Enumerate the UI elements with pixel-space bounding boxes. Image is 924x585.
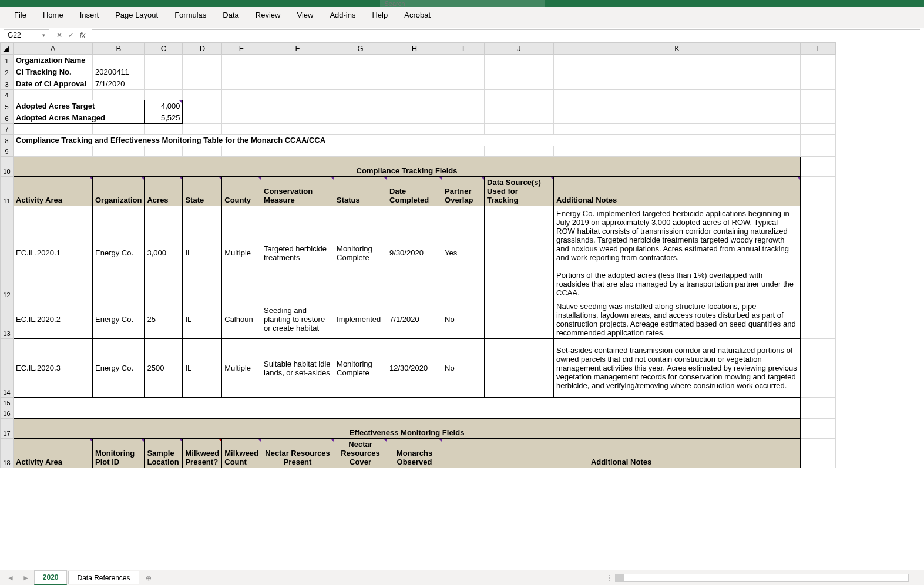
row-header[interactable]: 18 <box>1 439 14 468</box>
cell[interactable]: Seeding and planting to restore or creat… <box>261 300 334 339</box>
cell[interactable]: EC.IL.2020.2 <box>14 300 93 339</box>
sheet-nav-next-icon[interactable]: ► <box>19 574 33 582</box>
cell[interactable]: Date Completed <box>387 177 442 206</box>
cell[interactable]: Milkweed Present? <box>183 439 222 468</box>
cell[interactable]: Nectar Resources Cover <box>334 439 387 468</box>
cell[interactable]: 25 <box>145 300 183 339</box>
row-header[interactable]: 10 <box>1 157 14 177</box>
tab-help[interactable]: Help <box>364 7 396 23</box>
formula-input[interactable] <box>92 29 920 41</box>
cell[interactable]: IL <box>183 206 222 300</box>
cell[interactable] <box>485 339 554 398</box>
tab-acrobat[interactable]: Acrobat <box>396 7 439 23</box>
cell[interactable]: Energy Co. implemented targeted herbicid… <box>554 206 801 300</box>
cell[interactable] <box>485 206 554 300</box>
cell[interactable]: Additional Notes <box>442 439 801 468</box>
row-header[interactable]: 14 <box>1 339 14 398</box>
cell[interactable]: Milkweed Count <box>222 439 261 468</box>
section-header[interactable]: Compliance Tracking Fields <box>14 157 801 177</box>
cell[interactable]: Monitoring Complete <box>334 339 387 398</box>
cell[interactable]: Compliance Tracking and Effectiveness Mo… <box>14 135 801 146</box>
cell[interactable]: 7/1/2020 <box>387 300 442 339</box>
cell[interactable]: State <box>183 177 222 206</box>
col-header[interactable]: C <box>145 43 183 55</box>
row-header[interactable]: 17 <box>1 419 14 439</box>
row-header[interactable]: 5 <box>1 100 14 112</box>
col-header[interactable]: E <box>222 43 261 55</box>
cell[interactable]: Nectar Resources Present <box>261 439 334 468</box>
cell[interactable]: Activity Area <box>14 439 93 468</box>
cell[interactable]: Monitoring Plot ID <box>93 439 145 468</box>
cell[interactable]: Activity Area <box>14 177 93 206</box>
cell[interactable]: Sample Location <box>145 439 183 468</box>
cancel-icon[interactable]: ✕ <box>56 31 62 39</box>
col-header[interactable]: B <box>93 43 145 55</box>
select-all-corner[interactable]: ◢ <box>1 43 14 55</box>
add-sheet-icon[interactable]: ⊕ <box>140 573 157 583</box>
tab-view[interactable]: View <box>288 7 321 23</box>
cell[interactable]: 5,525 <box>145 112 183 124</box>
horizontal-scrollbar[interactable]: ⋮ <box>606 574 920 582</box>
tab-page-layout[interactable]: Page Layout <box>107 7 166 23</box>
tab-addins[interactable]: Add-ins <box>321 7 364 23</box>
tab-insert[interactable]: Insert <box>72 7 107 23</box>
cell[interactable]: Adopted Acres Managed <box>14 112 145 124</box>
cell[interactable] <box>14 408 801 419</box>
cell[interactable]: 2500 <box>145 339 183 398</box>
cell[interactable]: Multiple <box>222 206 261 300</box>
cell[interactable]: Multiple <box>222 339 261 398</box>
cell[interactable]: 12/30/2020 <box>387 339 442 398</box>
col-header[interactable]: J <box>485 43 554 55</box>
cell[interactable]: IL <box>183 300 222 339</box>
enter-icon[interactable]: ✓ <box>68 31 74 39</box>
row-header[interactable]: 2 <box>1 66 14 78</box>
sheet-nav-prev-icon[interactable]: ◄ <box>4 574 18 582</box>
row-header[interactable]: 6 <box>1 112 14 124</box>
cell[interactable]: EC.IL.2020.3 <box>14 339 93 398</box>
cell[interactable]: Targeted herbicide treatments <box>261 206 334 300</box>
scrollbar-thumb[interactable] <box>616 574 624 581</box>
cell[interactable]: Date of CI Approval <box>14 78 93 90</box>
col-header[interactable]: L <box>801 43 836 55</box>
col-header[interactable]: A <box>14 43 93 55</box>
cell[interactable]: EC.IL.2020.1 <box>14 206 93 300</box>
cell[interactable]: 3,000 <box>145 206 183 300</box>
cell[interactable]: 20200411 <box>93 66 145 78</box>
cell[interactable]: CI Tracking No. <box>14 66 93 78</box>
name-box[interactable]: G22 ▾ <box>4 29 49 41</box>
tab-data[interactable]: Data <box>214 7 247 23</box>
cell[interactable]: Acres <box>145 177 183 206</box>
sheet-tab[interactable]: Data References <box>68 571 139 584</box>
cell[interactable]: Set-asides contained transmission corrid… <box>554 339 801 398</box>
cell[interactable]: Adopted Acres Target <box>14 100 145 112</box>
cell[interactable]: Energy Co. <box>93 206 145 300</box>
cell[interactable]: No <box>442 300 485 339</box>
cell[interactable]: Implemented <box>334 300 387 339</box>
cell[interactable]: Calhoun <box>222 300 261 339</box>
tab-formulas[interactable]: Formulas <box>166 7 214 23</box>
row-header[interactable]: 8 <box>1 135 14 146</box>
cell[interactable]: Energy Co. <box>93 339 145 398</box>
tab-home[interactable]: Home <box>35 7 72 23</box>
cell[interactable]: No <box>442 339 485 398</box>
cell[interactable]: Organization Name <box>14 55 93 66</box>
cell[interactable] <box>14 398 801 408</box>
grid[interactable]: ◢ A B C D E F G H I J K L 1 Organization… <box>0 42 924 570</box>
col-header[interactable]: I <box>442 43 485 55</box>
row-header[interactable]: 16 <box>1 408 14 419</box>
cell[interactable]: Additional Notes <box>554 177 801 206</box>
cell[interactable]: Suitable habitat idle lands, or set-asid… <box>261 339 334 398</box>
tab-file[interactable]: File <box>6 7 35 23</box>
spreadsheet[interactable]: ◢ A B C D E F G H I J K L 1 Organization… <box>0 42 836 468</box>
cell[interactable]: Energy Co. <box>93 300 145 339</box>
row-header[interactable]: 3 <box>1 78 14 90</box>
cell[interactable]: 7/1/2020 <box>93 78 145 90</box>
row-header[interactable]: 1 <box>1 55 14 66</box>
row-header[interactable]: 15 <box>1 398 14 408</box>
col-header[interactable]: H <box>387 43 442 55</box>
cell[interactable]: Monitoring Complete <box>334 206 387 300</box>
row-header[interactable]: 9 <box>1 146 14 157</box>
cell[interactable]: Status <box>334 177 387 206</box>
col-header[interactable]: D <box>183 43 222 55</box>
cell[interactable]: Native seeding was installed along struc… <box>554 300 801 339</box>
